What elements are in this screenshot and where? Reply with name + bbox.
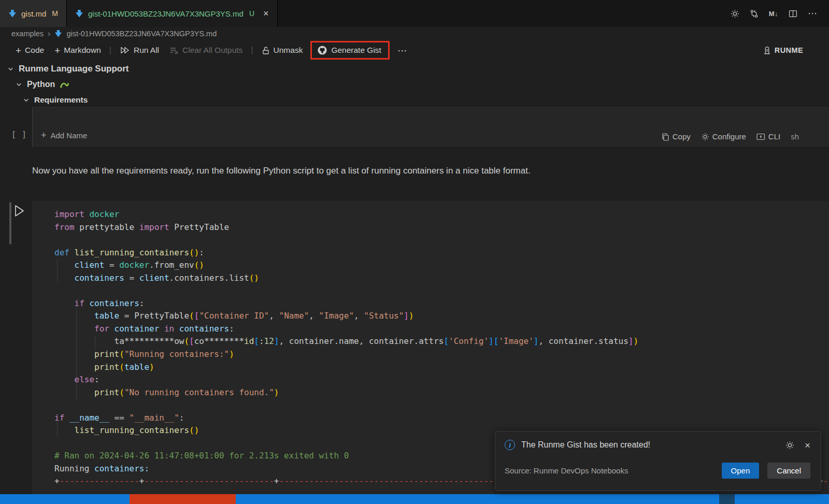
runme-file-icon [54, 30, 62, 37]
add-name-button[interactable]: + Add Name [41, 130, 87, 141]
runme-file-icon [75, 10, 83, 18]
heading-label: Python [27, 80, 55, 89]
kernel-picker[interactable]: RUNME [763, 46, 803, 55]
code-line: if containers: [54, 297, 829, 310]
cell-focus-bar[interactable] [9, 202, 11, 244]
document-outline: Runme Language Support Python Requiremen… [0, 61, 466, 108]
close-tab-icon[interactable]: × [263, 9, 269, 18]
toast-source: Source: Runme DevOps Notebooks [505, 466, 628, 475]
git-compare-icon[interactable] [750, 9, 759, 18]
code-line: else: [54, 373, 829, 386]
toolbar-more-icon[interactable]: ⋯ [397, 45, 408, 56]
code-line: for container in containers: [54, 323, 829, 336]
code-line: table = PrettyTable(["Container ID", "Na… [54, 310, 829, 323]
add-code-label: Code [25, 46, 44, 55]
modified-badge: M [52, 9, 58, 18]
play-icon [13, 204, 25, 218]
vscode-window: gist.md M gist-01HWD053BZ23JN6VA7X3NGP3Y… [0, 0, 829, 504]
breadcrumb-file[interactable]: gist-01HWD053BZ23JN6VA7X3NGP3YS.md [66, 30, 217, 38]
generate-gist-label: Generate Gist [331, 46, 381, 55]
markdown-preview-icon[interactable]: M↓ [769, 10, 778, 18]
heading-python[interactable]: Python [0, 77, 466, 92]
github-octocat-icon [317, 45, 327, 55]
cli-icon [756, 133, 765, 141]
tab-title: gist-01HWD053BZ23JN6VA7X3NGP3YS.md [88, 9, 244, 18]
close-notification-icon[interactable]: × [805, 440, 810, 450]
add-markdown-cell-button[interactable]: + Markdown [49, 43, 106, 58]
heading-requirements[interactable]: Requirements [0, 92, 466, 108]
code-line: if __name__ == "__main__": [54, 412, 829, 425]
run-cell-button[interactable] [13, 204, 25, 218]
breadcrumb: examples › gist-01HWD053BZ23JN6VA7X3NGP3… [0, 27, 829, 40]
settings-gear-icon[interactable] [731, 9, 739, 18]
clear-all-outputs-label: Clear All Outputs [182, 46, 242, 55]
code-line [54, 399, 829, 412]
code-line: import docker [54, 208, 829, 221]
runme-kernel-icon [763, 46, 771, 55]
split-editor-icon[interactable] [789, 9, 797, 18]
status-bar[interactable] [0, 494, 829, 504]
breadcrumb-separator: › [48, 29, 50, 38]
status-bar-dark-segment[interactable] [719, 494, 735, 504]
more-actions-icon[interactable]: ⋯ [808, 8, 818, 19]
unmask-label: Unmask [274, 46, 303, 55]
run-all-icon [120, 46, 130, 54]
add-name-label: Add Name [51, 131, 88, 140]
notification-toast: i The Runme Gist has been created! × Sou… [495, 431, 821, 491]
code-line [54, 284, 829, 297]
tab-title: gist.md [21, 9, 46, 18]
unmask-button[interactable]: Unmask [256, 43, 308, 57]
copy-icon [661, 133, 669, 141]
run-all-button[interactable]: Run All [115, 43, 164, 57]
code-line [54, 234, 829, 247]
snake-emoji-icon [60, 81, 69, 89]
breadcrumb-folder[interactable]: examples [11, 30, 44, 38]
chevron-down-icon [16, 81, 22, 88]
clear-all-outputs-button[interactable]: Clear All Outputs [164, 43, 248, 57]
plus-icon: + [41, 130, 47, 141]
cli-button[interactable]: CLI [756, 132, 780, 141]
runme-file-icon [8, 10, 17, 18]
toast-message: The Runme Gist has been created! [521, 440, 650, 450]
notification-settings-gear-icon[interactable] [785, 441, 794, 450]
untracked-badge: U [249, 9, 254, 18]
cancel-button[interactable]: Cancel [767, 463, 810, 479]
editor-tab-bar: gist.md M gist-01HWD053BZ23JN6VA7X3NGP3Y… [0, 0, 829, 27]
toast-header: i The Runme Gist has been created! × [505, 440, 810, 450]
notebook-toolbar: + Code + Markdown | Run All Clear All Ou… [0, 39, 829, 61]
copy-label: Copy [673, 132, 691, 141]
markdown-paragraph: Now you have all the requirements ready,… [32, 166, 757, 176]
add-markdown-label: Markdown [64, 46, 101, 55]
heading-label: Requirements [34, 95, 88, 105]
plus-icon: + [16, 46, 21, 55]
code-line: print(table) [54, 361, 829, 374]
configure-button[interactable]: Configure [701, 132, 746, 141]
toast-footer: Source: Runme DevOps Notebooks Open Canc… [505, 463, 810, 479]
generate-gist-button[interactable]: Generate Gist [310, 41, 390, 60]
cli-label: CLI [768, 132, 780, 141]
chevron-down-icon [7, 66, 14, 73]
copy-button[interactable]: Copy [661, 132, 691, 141]
tab-gist-md[interactable]: gist.md M [0, 0, 67, 27]
execution-order-label: [ ] [11, 130, 27, 139]
cell-actions: Copy Configure CLI sh [661, 132, 799, 141]
code-line: containers = client.containers.list() [54, 272, 829, 285]
code-line: client = docker.from_env() [54, 259, 829, 272]
info-icon: i [505, 440, 515, 450]
add-code-cell-button[interactable]: + Code [10, 43, 49, 58]
plus-icon: + [54, 46, 60, 55]
tab-gist-generated-md[interactable]: gist-01HWD053BZ23JN6VA7X3NGP3YS.md U × [67, 0, 278, 27]
kernel-label: RUNME [775, 46, 803, 54]
status-bar-red-segment[interactable] [130, 494, 236, 504]
toolbar-divider: | [109, 46, 111, 55]
code-line: print("No running containers found.") [54, 386, 829, 399]
heading-runme-language-support[interactable]: Runme Language Support [0, 61, 466, 77]
code-line: def list_running_containers(): [54, 247, 829, 260]
gear-icon [701, 133, 709, 141]
language-mode-label[interactable]: sh [791, 132, 799, 141]
chevron-down-icon [23, 97, 30, 104]
clear-outputs-icon [169, 46, 179, 54]
open-button[interactable]: Open [722, 463, 760, 479]
code-line: from prettytable import PrettyTable [54, 221, 829, 234]
heading-label: Runme Language Support [19, 64, 129, 74]
